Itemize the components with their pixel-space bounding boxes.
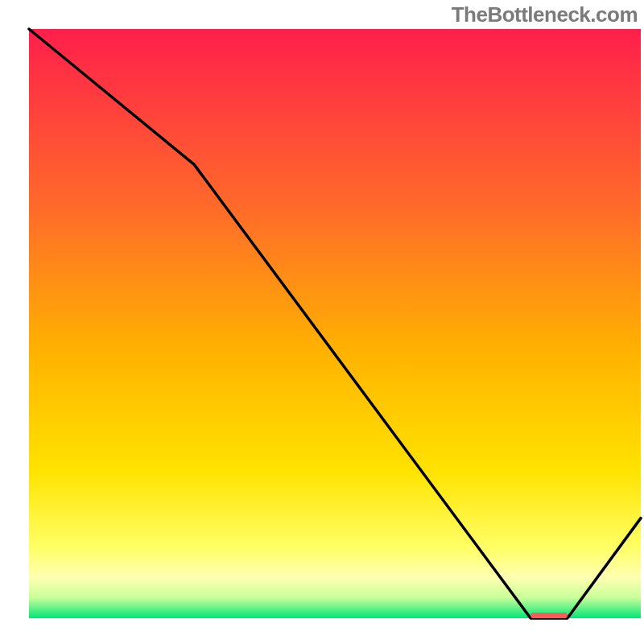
gradient-background (29, 29, 641, 618)
attribution-text: TheBottleneck.com (452, 2, 638, 27)
optimal-region-marker (530, 613, 568, 618)
chart-container: TheBottleneck.com (0, 0, 644, 644)
chart-svg (0, 0, 644, 644)
